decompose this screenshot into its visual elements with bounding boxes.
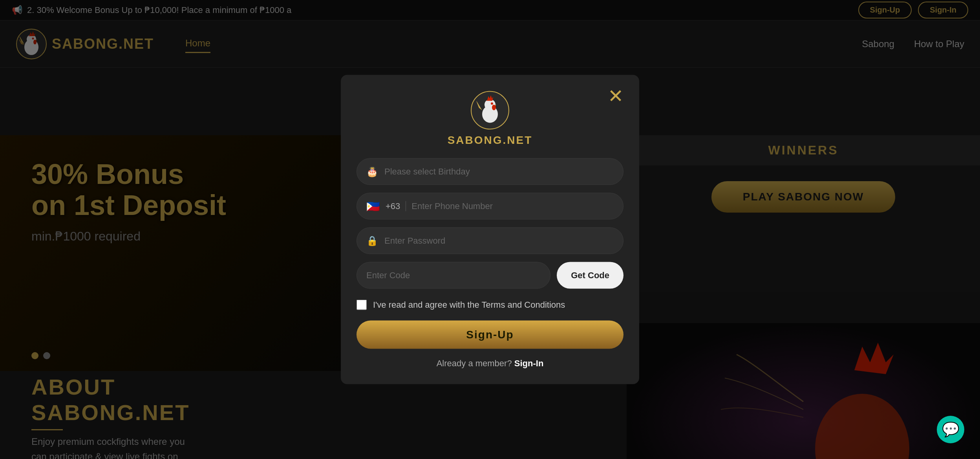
code-input-wrapper [357, 262, 550, 289]
password-input-wrapper: 🔒 [357, 228, 623, 254]
phone-flag-icon: 🇵🇭 [366, 200, 380, 213]
modal-close-button[interactable]: ✕ [608, 87, 623, 106]
phone-field-group: 🇵🇭 +63 [357, 193, 623, 220]
svg-point-16 [491, 103, 493, 105]
birthday-input-wrapper: 🎂 [357, 158, 623, 185]
already-member-label: Already a member? [437, 358, 512, 368]
birthday-icon: 🎂 [366, 166, 378, 177]
chat-button[interactable]: 💬 [937, 416, 964, 443]
signin-link[interactable]: Sign-In [514, 358, 544, 368]
phone-input-wrapper: 🇵🇭 +63 [357, 193, 623, 220]
password-input[interactable] [384, 236, 614, 246]
svg-point-17 [492, 105, 496, 110]
terms-checkbox[interactable] [357, 300, 367, 310]
code-field-group: Get Code [357, 262, 623, 289]
modal-logo-icon [470, 91, 510, 130]
birthday-input[interactable] [384, 167, 614, 177]
modal-logo-text: SABONG.NET [448, 134, 533, 147]
code-wrapper: Get Code [357, 262, 623, 289]
phone-country-code: +63 [386, 201, 406, 211]
modal-logo: SABONG.NET [357, 91, 623, 147]
signup-modal: ✕ SABONG.NET 🎂 🇵🇭 +63 🔒 [341, 75, 639, 384]
phone-input[interactable] [411, 201, 614, 211]
chat-icon: 💬 [942, 421, 960, 438]
signup-button[interactable]: Sign-Up [357, 321, 623, 349]
code-input[interactable] [366, 270, 541, 281]
terms-text: I've read and agree with the Terms and C… [373, 298, 565, 311]
terms-wrapper: I've read and agree with the Terms and C… [357, 298, 623, 311]
already-member-text: Already a member? Sign-In [357, 358, 623, 369]
get-code-button[interactable]: Get Code [557, 262, 623, 289]
birthday-field-group: 🎂 [357, 158, 623, 185]
lock-icon: 🔒 [366, 235, 378, 246]
password-field-group: 🔒 [357, 228, 623, 254]
